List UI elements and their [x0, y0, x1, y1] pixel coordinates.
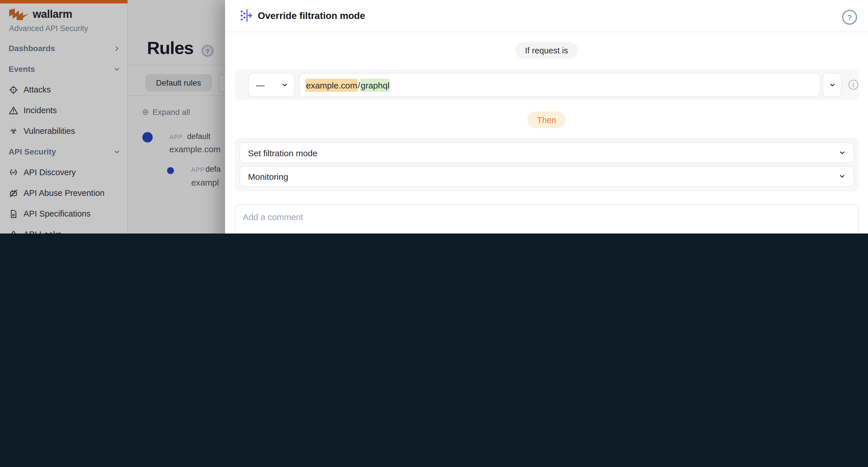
- app-window: wallarm Advanced API Security Dashboards…: [0, 0, 868, 233]
- separator-token: /: [358, 80, 360, 90]
- condition-row: — example.com/graphql i: [235, 69, 859, 100]
- then-pill: Then: [527, 111, 566, 128]
- condition-operator-select[interactable]: —: [248, 73, 295, 97]
- info-icon[interactable]: i: [848, 80, 858, 90]
- operator-value: —: [256, 80, 265, 90]
- override-filtration-modal: Override filtration mode ? If request is…: [225, 0, 868, 233]
- chevron-down-icon: [281, 82, 288, 88]
- chevron-down-icon: [839, 149, 846, 156]
- modal-help-icon[interactable]: ?: [842, 10, 857, 25]
- if-request-pill: If request is: [515, 42, 578, 59]
- chevron-down-icon: [839, 173, 846, 180]
- action-section: Set filtration mode Monitoring: [235, 138, 859, 191]
- comment-input[interactable]: [235, 204, 859, 233]
- modal-header: Override filtration mode ?: [225, 0, 868, 32]
- chevron-down-icon: [829, 82, 836, 88]
- condition-expand-button[interactable]: [823, 73, 842, 97]
- condition-value-input[interactable]: example.com/graphql: [299, 73, 820, 97]
- modal-title: Override filtration mode: [258, 10, 365, 21]
- filtration-flow-icon: [239, 8, 253, 23]
- path-token: graphql: [360, 79, 390, 92]
- host-token: example.com: [305, 79, 358, 92]
- action-type-select[interactable]: Set filtration mode: [239, 142, 854, 163]
- filtration-mode-select[interactable]: Monitoring: [239, 166, 854, 187]
